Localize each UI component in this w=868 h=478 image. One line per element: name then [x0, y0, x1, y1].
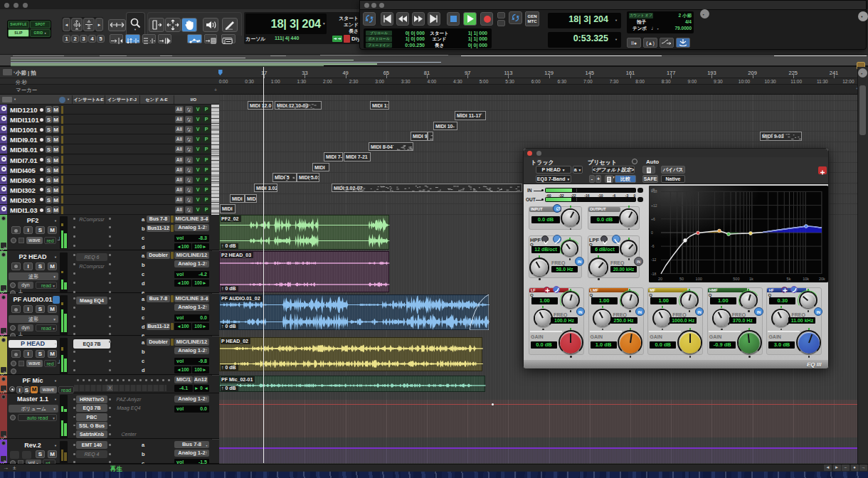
- svg-text:1k: 1k: [749, 277, 753, 281]
- svg-text:500: 500: [733, 277, 739, 281]
- svg-text:+6: +6: [651, 217, 655, 221]
- svg-text:-12: -12: [651, 257, 656, 262]
- svg-text:-18: -18: [651, 272, 656, 276]
- svg-text:20: 20: [658, 277, 662, 281]
- svg-text:+12: +12: [651, 203, 657, 208]
- svg-text:20k: 20k: [819, 277, 825, 281]
- svg-text:100: 100: [696, 277, 702, 281]
- svg-text:0: 0: [651, 230, 653, 235]
- svg-text:+18: +18: [651, 189, 657, 193]
- svg-text:10k: 10k: [803, 277, 809, 281]
- svg-text:-6: -6: [651, 244, 655, 248]
- svg-text:5k: 5k: [787, 277, 791, 281]
- svg-text:50: 50: [679, 277, 684, 281]
